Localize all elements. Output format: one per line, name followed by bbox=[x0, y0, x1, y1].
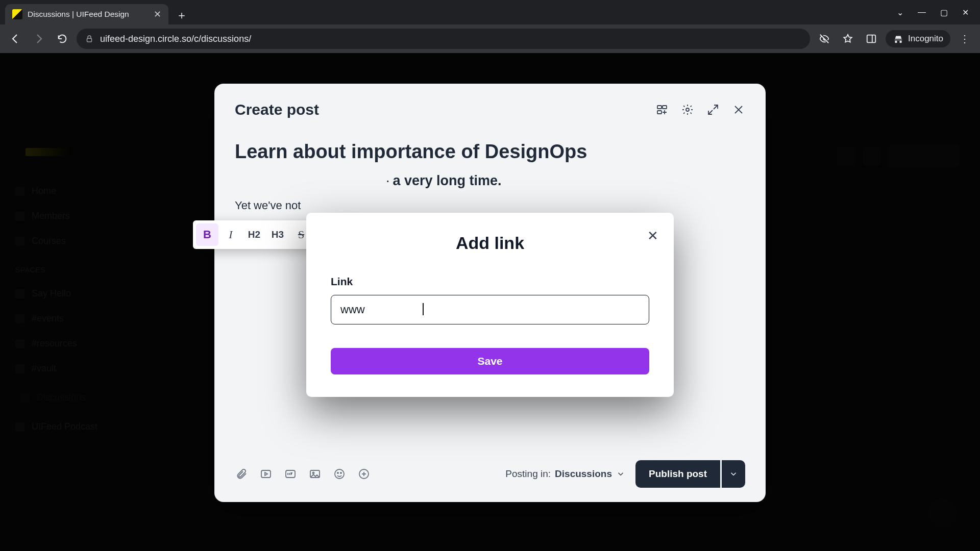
save-button[interactable]: Save bbox=[331, 348, 649, 374]
address-bar[interactable]: uifeed-design.circle.so/c/discussions/ bbox=[77, 29, 810, 49]
tab-favicon bbox=[12, 9, 22, 19]
forward-button[interactable] bbox=[30, 30, 48, 48]
back-button[interactable] bbox=[6, 30, 24, 48]
browser-tab[interactable]: Discussions | UIFeed Design ✕ bbox=[5, 4, 168, 24]
panel-icon[interactable] bbox=[862, 30, 880, 48]
incognito-label: Incognito bbox=[908, 34, 943, 44]
chevron-down-icon[interactable]: ⌄ bbox=[897, 8, 903, 17]
star-icon[interactable] bbox=[839, 30, 857, 48]
url-text: uifeed-design.circle.so/c/discussions/ bbox=[100, 34, 251, 44]
new-tab-button[interactable]: ＋ bbox=[173, 6, 191, 24]
dialog-overlay: Add link ✕ Link Save bbox=[0, 53, 980, 551]
kebab-menu-icon[interactable]: ⋮ bbox=[955, 33, 974, 45]
window-controls: ⌄ — ▢ ✕ bbox=[897, 0, 980, 24]
lock-icon bbox=[85, 34, 94, 43]
window-minimize-icon[interactable]: — bbox=[918, 8, 926, 17]
dialog-close-icon[interactable]: ✕ bbox=[647, 228, 658, 244]
text-caret bbox=[423, 303, 424, 315]
svg-rect-0 bbox=[87, 38, 92, 42]
window-close-icon[interactable]: ✕ bbox=[962, 8, 969, 17]
link-input[interactable] bbox=[331, 295, 649, 324]
browser-toolbar: uifeed-design.circle.so/c/discussions/ I… bbox=[0, 24, 980, 53]
page-viewport: Home Members Courses SPACES Say Hello #e… bbox=[0, 53, 980, 551]
tab-title: Discussions | UIFeed Design bbox=[28, 10, 149, 19]
eye-off-icon[interactable] bbox=[815, 30, 834, 48]
window-maximize-icon[interactable]: ▢ bbox=[940, 8, 948, 17]
svg-rect-1 bbox=[867, 35, 876, 43]
add-link-dialog: Add link ✕ Link Save bbox=[306, 213, 674, 397]
incognito-badge[interactable]: Incognito bbox=[886, 30, 950, 47]
dialog-title: Add link bbox=[331, 233, 649, 253]
reload-button[interactable] bbox=[53, 30, 71, 48]
link-field-label: Link bbox=[331, 276, 649, 288]
browser-tab-strip: Discussions | UIFeed Design ✕ ＋ ⌄ — ▢ ✕ bbox=[0, 0, 980, 24]
tab-close-icon[interactable]: ✕ bbox=[154, 9, 161, 20]
incognito-icon bbox=[893, 33, 904, 44]
